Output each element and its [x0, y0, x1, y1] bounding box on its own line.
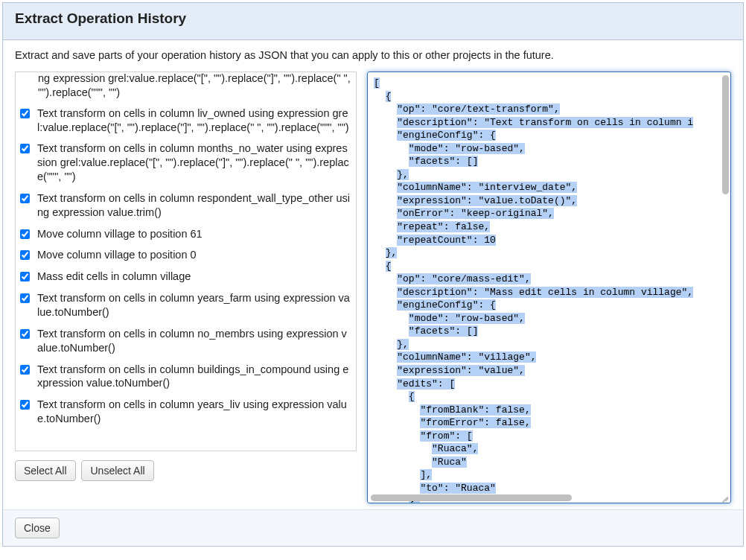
list-item[interactable]: Move column village to position 0	[20, 244, 351, 266]
operation-checkbox[interactable]	[20, 229, 30, 239]
json-column: [ { "op": "core/text-transform", "descri…	[367, 71, 731, 503]
operations-list[interactable]: ng expression grel:value.replace("[", ""…	[15, 71, 357, 451]
select-all-button[interactable]: Select All	[15, 460, 76, 481]
dialog-title: Extract Operation History	[15, 10, 731, 27]
operation-checkbox[interactable]	[20, 400, 30, 410]
selection-buttons: Select All Unselect All	[15, 460, 357, 481]
operation-checkbox[interactable]	[20, 272, 30, 281]
operation-checkbox[interactable]	[20, 109, 30, 118]
dialog-content: Extract and save parts of your operation…	[3, 40, 743, 509]
operation-checkbox[interactable]	[20, 293, 30, 303]
json-vertical-scrollbar[interactable]	[722, 75, 729, 194]
resize-handle-icon[interactable]	[720, 492, 729, 501]
list-item[interactable]: Mass edit cells in column village	[20, 266, 351, 287]
operation-label: Text transform on cells in column years_…	[37, 291, 351, 319]
list-item[interactable]: Text transform on cells in column years_…	[20, 394, 351, 430]
list-item[interactable]: Text transform on cells in column months…	[20, 138, 351, 188]
operation-label: Mass edit cells in column village	[37, 270, 191, 284]
operation-label: Text transform on cells in column respon…	[37, 191, 351, 220]
operation-checkbox[interactable]	[20, 250, 30, 260]
list-item-partial: ng expression grel:value.replace("[", ""…	[20, 71, 351, 100]
operation-label: Move column village to position 61	[37, 227, 203, 241]
list-item[interactable]: Text transform on cells in column years_…	[20, 287, 351, 323]
operation-checkbox[interactable]	[20, 194, 30, 203]
operation-label: Text transform on cells in column no_mem…	[37, 327, 351, 355]
unselect-all-button[interactable]: Unselect All	[81, 460, 153, 481]
operation-label: Move column village to position 0	[37, 248, 197, 262]
close-button[interactable]: Close	[15, 518, 60, 538]
operation-checkbox[interactable]	[20, 365, 30, 375]
list-item[interactable]: Text transform on cells in column buildi…	[20, 359, 351, 395]
columns: ng expression grel:value.replace("[", ""…	[15, 71, 731, 503]
instructions-text: Extract and save parts of your operation…	[15, 49, 731, 61]
json-textarea[interactable]: [ { "op": "core/text-transform", "descri…	[367, 71, 731, 503]
list-item[interactable]: Text transform on cells in column no_mem…	[20, 323, 351, 359]
operation-label: Text transform on cells in column buildi…	[37, 363, 351, 391]
dialog-footer: Close	[3, 509, 743, 546]
list-item[interactable]: Text transform on cells in column respon…	[20, 188, 351, 223]
list-item[interactable]: Move column village to position 61	[20, 223, 351, 245]
operation-checkbox[interactable]	[20, 144, 30, 153]
list-item[interactable]: Text transform on cells in column liv_ow…	[20, 103, 351, 139]
json-horizontal-scrollbar[interactable]	[371, 494, 572, 501]
operation-label: Text transform on cells in column years_…	[37, 398, 351, 426]
operations-column: ng expression grel:value.replace("[", ""…	[15, 71, 357, 503]
titlebar: Extract Operation History	[3, 3, 743, 40]
operation-checkbox[interactable]	[20, 329, 30, 339]
extract-history-dialog: Extract Operation History Extract and sa…	[2, 2, 744, 547]
operation-label: Text transform on cells in column liv_ow…	[37, 106, 351, 135]
operation-label: Text transform on cells in column months…	[37, 141, 351, 184]
